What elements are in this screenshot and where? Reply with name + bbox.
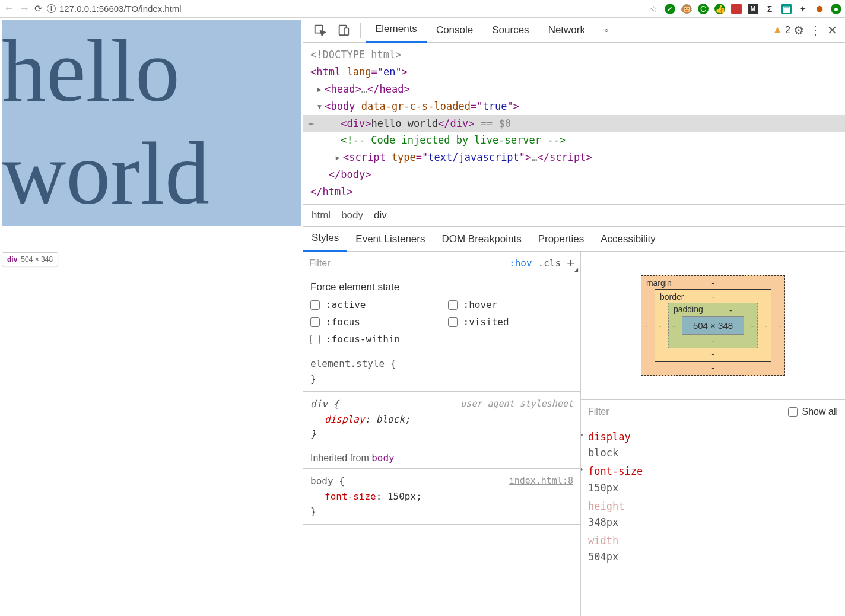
dom-head[interactable]: ▸<head>…</head> (303, 81, 845, 98)
url-text: 127.0.0.1:56603/TO/index.html (59, 4, 182, 14)
force-element-state: Force element state :active :hover :focu… (303, 275, 580, 351)
styles-filter-row: :hov .cls +◢ (303, 252, 580, 275)
dom-html-close[interactable]: </html> (303, 183, 845, 201)
extension-icon[interactable] (731, 4, 742, 14)
dom-html-open[interactable]: <html lang="en"> (303, 63, 845, 81)
tab-accessibility[interactable]: Accessibility (592, 227, 664, 252)
computed-panel: margin ---- border ---- padding ---- 504… (581, 252, 845, 616)
extension-icon[interactable]: 👍 (714, 4, 725, 14)
tooltip-tag: div (7, 255, 17, 263)
computed-row[interactable]: height348px (588, 498, 838, 531)
state-visited[interactable]: :visited (448, 316, 574, 328)
menu-kebab-icon[interactable]: ⋮ (807, 23, 824, 37)
inspect-element-icon[interactable] (308, 18, 332, 42)
styles-filter-input[interactable] (309, 258, 503, 269)
bm-content-dims: 504 × 348 (682, 316, 744, 335)
breadcrumb-html[interactable]: html (312, 209, 331, 221)
computed-properties: displayblock font-size150px height348px … (581, 424, 845, 573)
bm-margin-label: margin (646, 278, 672, 288)
tab-properties[interactable]: Properties (530, 227, 592, 252)
devtools-tabbar: Elements Console Sources Network » ▲ 2 ⚙… (303, 18, 845, 43)
styles-panel: :hov .cls +◢ Force element state :active… (303, 252, 581, 616)
state-active[interactable]: :active (310, 299, 436, 310)
tab-styles[interactable]: Styles (303, 227, 347, 252)
devtools-panel: Elements Console Sources Network » ▲ 2 ⚙… (303, 18, 845, 616)
tab-sources[interactable]: Sources (482, 18, 538, 43)
breadcrumb-div[interactable]: div (374, 209, 387, 221)
close-devtools-icon[interactable]: ✕ (824, 23, 840, 37)
extension-icon[interactable]: C (698, 4, 709, 14)
warning-triangle-icon: ▲ (772, 24, 783, 36)
extensions-puzzle-icon[interactable]: ✦ (798, 4, 808, 14)
state-focus-within[interactable]: :focus-within (310, 334, 436, 345)
div-ua-style-block[interactable]: user agent stylesheet div { display: blo… (303, 392, 580, 447)
reload-icon[interactable]: ⟳ (34, 3, 42, 14)
dom-body-close[interactable]: </body> (303, 166, 845, 183)
page-div[interactable]: hello world (2, 20, 301, 226)
dom-breadcrumb: html body div (303, 204, 845, 227)
body-style-block[interactable]: index.html:8 body { font-size: 150px; } (303, 469, 580, 525)
bm-padding-label: padding (674, 304, 703, 314)
more-tabs-icon[interactable]: » (595, 18, 618, 42)
settings-gear-icon[interactable]: ⚙ (790, 23, 807, 37)
box-model[interactable]: margin ---- border ---- padding ---- 504… (581, 252, 845, 399)
tab-console[interactable]: Console (427, 18, 482, 43)
dom-tree[interactable]: <!DOCTYPE html> <html lang="en"> ▸<head>… (303, 43, 845, 204)
computed-row[interactable]: width504px (588, 533, 838, 565)
warnings-badge[interactable]: ▲ 2 (772, 24, 790, 36)
dom-body-open[interactable]: ▾<body data-gr-c-s-loaded="true"> (303, 98, 845, 115)
computed-row[interactable]: font-size150px (588, 463, 838, 496)
dom-selected-div[interactable]: ⋯ <div>hello world</div> == $0 (303, 115, 845, 132)
computed-filter-input[interactable] (588, 407, 782, 417)
page-viewport: hello world div 504 × 348 (0, 18, 303, 616)
show-all-toggle[interactable]: Show all (788, 407, 838, 417)
extension-icon[interactable]: ⬢ (814, 4, 825, 14)
bm-border-label: border (660, 292, 684, 301)
computed-row[interactable]: displayblock (588, 429, 838, 461)
dom-comment[interactable]: <!-- Code injected by live-server --> (303, 132, 845, 149)
tooltip-dims: 504 × 348 (21, 255, 53, 263)
inherited-from-row: Inherited from body (303, 447, 580, 469)
device-toggle-icon[interactable] (332, 18, 355, 42)
svg-rect-2 (344, 28, 348, 35)
styles-tabbar: Styles Event Listeners DOM Breakpoints P… (303, 227, 845, 252)
extension-icon[interactable]: ▣ (781, 4, 792, 14)
extension-icon[interactable]: 🐵 (681, 4, 692, 14)
cls-toggle[interactable]: .cls (538, 258, 561, 269)
warning-count: 2 (785, 25, 790, 36)
nav-forward-icon[interactable]: → (19, 2, 30, 15)
new-style-rule-icon[interactable]: +◢ (567, 256, 574, 271)
state-hover[interactable]: :hover (448, 299, 574, 310)
element-style-block[interactable]: element.style { } (303, 351, 580, 392)
extension-icon[interactable]: ● (831, 4, 841, 14)
style-source-link[interactable]: index.html:8 (509, 474, 573, 488)
breadcrumb-body[interactable]: body (341, 209, 363, 221)
extension-icon[interactable]: Σ (764, 4, 775, 14)
tab-elements[interactable]: Elements (366, 18, 427, 43)
extension-icon[interactable]: M (748, 4, 758, 14)
extension-icons: ☆ ✓ 🐵 C 👍 M Σ ▣ ✦ ⬢ ● (648, 4, 841, 14)
element-dimensions-tooltip: div 504 × 348 (2, 252, 58, 266)
tab-event-listeners[interactable]: Event Listeners (347, 227, 433, 252)
extension-icon[interactable]: ✓ (665, 4, 675, 14)
url-bar[interactable]: i 127.0.0.1:56603/TO/index.html (47, 4, 182, 14)
site-info-icon[interactable]: i (47, 4, 56, 13)
style-source: user agent stylesheet (460, 396, 573, 411)
tab-dom-breakpoints[interactable]: DOM Breakpoints (433, 227, 529, 252)
bookmark-star-icon[interactable]: ☆ (648, 4, 659, 14)
dom-script[interactable]: ▸<script type="text/javascript">…</scrip… (303, 149, 845, 166)
dom-doctype[interactable]: <!DOCTYPE html> (303, 46, 845, 63)
state-focus[interactable]: :focus (310, 316, 436, 328)
computed-filter-row: Show all (581, 399, 845, 424)
hov-toggle[interactable]: :hov (509, 258, 532, 269)
nav-back-icon[interactable]: ← (4, 2, 14, 15)
browser-toolbar: ← → ⟳ i 127.0.0.1:56603/TO/index.html ☆ … (0, 0, 845, 18)
tab-network[interactable]: Network (539, 18, 595, 43)
force-state-title: Force element state (310, 281, 573, 293)
